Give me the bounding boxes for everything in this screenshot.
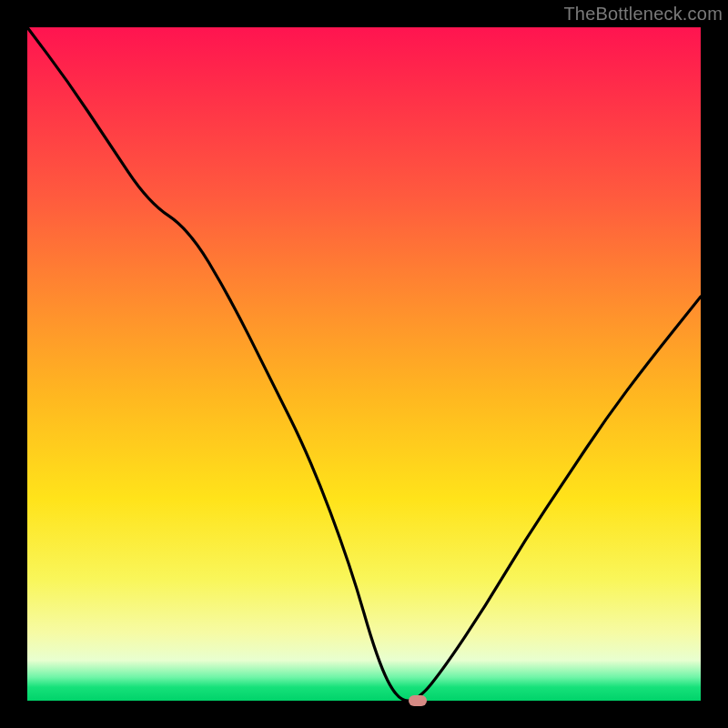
bottleneck-curve [27, 27, 701, 701]
watermark-text: TheBottleneck.com [563, 4, 723, 25]
plot-area [27, 27, 701, 701]
chart-frame: TheBottleneck.com [0, 0, 728, 728]
optimum-marker [409, 695, 427, 706]
curve-path [27, 27, 701, 701]
